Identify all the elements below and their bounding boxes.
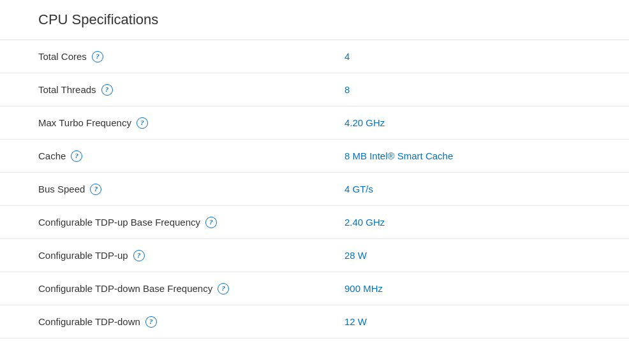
spec-label-container-max-turbo-frequency: Max Turbo Frequency? [38,117,344,129]
spec-value-total-cores: 4 [344,51,603,62]
help-icon-configurable-tdp-down[interactable]: ? [145,316,157,328]
spec-label-total-threads: Total Threads [38,84,96,95]
spec-value-total-threads: 8 [344,84,603,95]
spec-label-container-configurable-tdp-down: Configurable TDP-down? [38,316,344,328]
spec-label-container-bus-speed: Bus Speed? [38,184,344,195]
spec-label-bus-speed: Bus Speed [38,184,85,194]
cpu-specs-container: CPU Specifications Total Cores?4Total Th… [0,0,629,339]
spec-label-configurable-tdp-down: Configurable TDP-down [38,316,140,327]
spec-label-cache: Cache [38,150,66,161]
spec-row-bus-speed: Bus Speed?4 GT/s [0,173,629,206]
spec-value-configurable-tdp-up-base-frequency: 2.40 GHz [344,217,603,228]
help-icon-cache[interactable]: ? [71,150,82,162]
spec-row-cache: Cache?8 MB Intel® Smart Cache [0,140,629,173]
spec-label-container-configurable-tdp-down-base-frequency: Configurable TDP-down Base Frequency? [38,283,344,295]
help-icon-total-cores[interactable]: ? [92,51,103,62]
spec-row-total-threads: Total Threads?8 [0,73,629,106]
spec-value-bus-speed: 4 GT/s [344,184,603,194]
spec-row-total-cores: Total Cores?4 [0,40,629,73]
help-icon-max-turbo-frequency[interactable]: ? [137,117,148,129]
spec-label-container-configurable-tdp-up: Configurable TDP-up? [38,250,344,261]
help-icon-configurable-tdp-up-base-frequency[interactable]: ? [205,217,217,228]
spec-row-max-turbo-frequency: Max Turbo Frequency?4.20 GHz [0,106,629,140]
spec-label-container-total-cores: Total Cores? [38,51,344,62]
rows-container: Total Cores?4Total Threads?8Max Turbo Fr… [0,40,629,339]
section-title: CPU Specifications [0,0,629,40]
spec-label-configurable-tdp-up-base-frequency: Configurable TDP-up Base Frequency [38,217,200,228]
help-icon-bus-speed[interactable]: ? [90,184,101,195]
spec-row-configurable-tdp-down: Configurable TDP-down?12 W [0,305,629,339]
spec-label-total-cores: Total Cores [38,51,87,62]
spec-row-configurable-tdp-down-base-frequency: Configurable TDP-down Base Frequency?900… [0,272,629,305]
help-icon-configurable-tdp-down-base-frequency[interactable]: ? [218,283,229,295]
spec-label-container-total-threads: Total Threads? [38,84,344,96]
spec-value-max-turbo-frequency: 4.20 GHz [344,117,603,128]
spec-label-configurable-tdp-down-base-frequency: Configurable TDP-down Base Frequency [38,283,212,294]
help-icon-total-threads[interactable]: ? [101,84,113,96]
spec-row-configurable-tdp-up-base-frequency: Configurable TDP-up Base Frequency?2.40 … [0,206,629,239]
spec-label-container-cache: Cache? [38,150,344,162]
spec-label-max-turbo-frequency: Max Turbo Frequency [38,117,131,128]
spec-row-configurable-tdp-up: Configurable TDP-up?28 W [0,239,629,272]
spec-value-configurable-tdp-down-base-frequency: 900 MHz [344,283,603,294]
spec-value-configurable-tdp-up: 28 W [344,250,603,261]
spec-value-configurable-tdp-down: 12 W [344,316,603,327]
help-icon-configurable-tdp-up[interactable]: ? [133,250,145,261]
spec-value-cache: 8 MB Intel® Smart Cache [344,150,603,161]
spec-label-configurable-tdp-up: Configurable TDP-up [38,250,128,261]
spec-label-container-configurable-tdp-up-base-frequency: Configurable TDP-up Base Frequency? [38,217,344,228]
